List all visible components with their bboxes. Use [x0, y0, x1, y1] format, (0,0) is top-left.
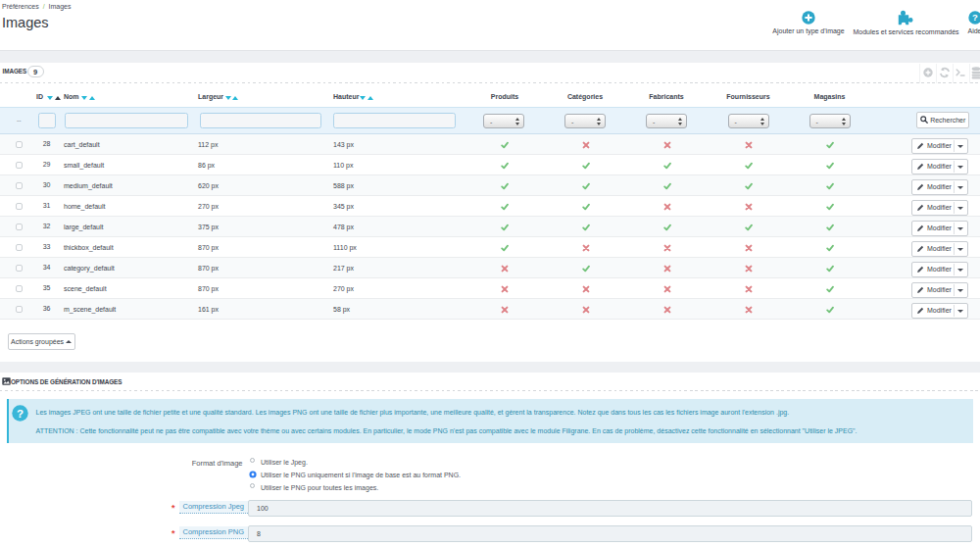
svg-text:?: ?: [17, 408, 24, 420]
svg-text:?: ?: [972, 12, 978, 23]
